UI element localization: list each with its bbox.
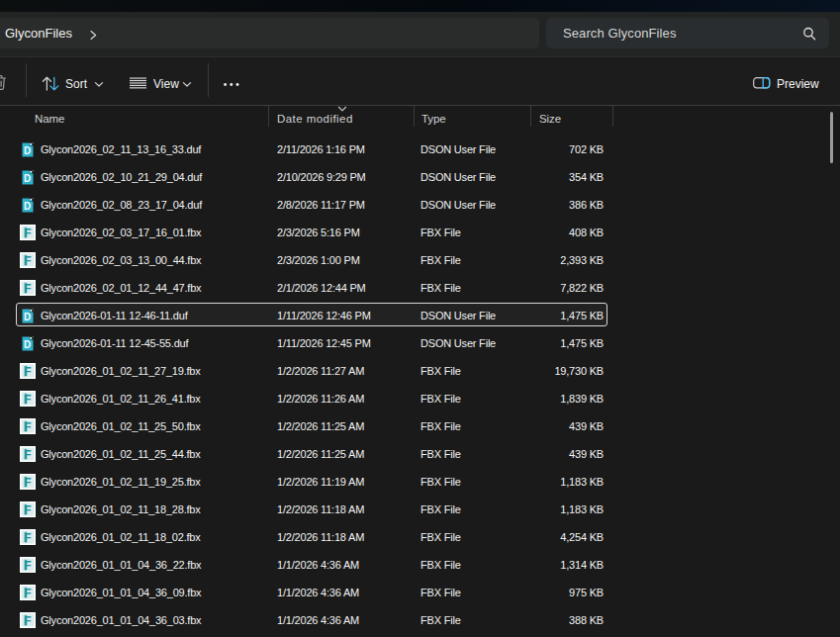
svg-text:F: F <box>24 476 31 490</box>
svg-text:F: F <box>24 365 31 379</box>
svg-text:F: F <box>24 282 31 296</box>
svg-text:F: F <box>24 503 31 517</box>
svg-text:F: F <box>24 587 31 600</box>
svg-text:F: F <box>24 227 31 240</box>
svg-text:F: F <box>24 559 31 573</box>
svg-text:F: F <box>24 531 31 545</box>
svg-text:D: D <box>24 173 31 184</box>
svg-text:F: F <box>24 448 31 462</box>
svg-text:D: D <box>24 145 31 156</box>
svg-text:F: F <box>24 420 31 434</box>
svg-text:F: F <box>24 254 31 268</box>
svg-text:D: D <box>24 339 31 350</box>
svg-text:F: F <box>24 614 31 628</box>
svg-text:F: F <box>24 393 31 407</box>
svg-text:D: D <box>24 201 31 212</box>
